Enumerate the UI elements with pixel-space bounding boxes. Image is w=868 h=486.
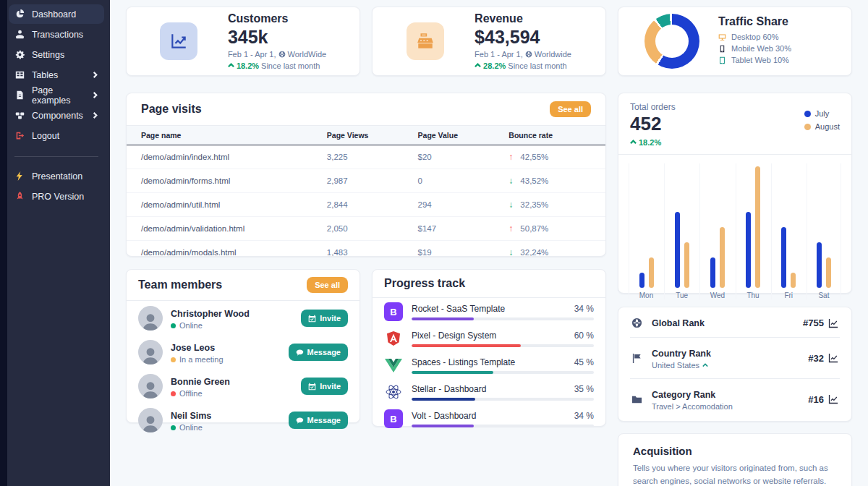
sidebar-divider: [14, 156, 98, 157]
bar-august: [720, 227, 725, 288]
bar-group: Fri: [771, 163, 806, 299]
bounce-arrow-icon: ↓: [509, 247, 513, 257]
mobile-icon: [718, 45, 726, 53]
card-title: Traffic Share: [718, 15, 791, 28]
caret-up-icon: [630, 138, 637, 147]
table-row: /demo/admin/modals.html1,483 $19 ↓32,24%: [127, 241, 605, 257]
stat-value: $43,594: [475, 27, 571, 48]
progress-bar: [412, 398, 475, 401]
chart-line-icon: [828, 394, 838, 404]
acquisition-card: Acquisition Tells you where your visitor…: [618, 433, 852, 486]
chart-legend: July August: [804, 109, 840, 135]
bar-august: [791, 273, 796, 288]
vue-icon: [384, 356, 403, 375]
avatar: [138, 408, 163, 432]
progress-item: Spaces - Listings Template45 %: [373, 351, 605, 378]
bolt-icon: [14, 171, 25, 182]
sidebar-item-dashboard[interactable]: Dashboard: [9, 4, 104, 24]
card-title: Page visits: [141, 103, 202, 116]
bar-july: [817, 242, 822, 288]
legend-dot-august: [804, 124, 811, 130]
calendar-icon: [308, 383, 316, 391]
document-icon: [14, 90, 25, 101]
bar-group: Thu: [736, 163, 770, 299]
stat-title: Revenue: [475, 12, 571, 25]
column-header: Page Value: [409, 126, 501, 145]
bar-category-label: Thu: [746, 291, 759, 299]
stat-change: 18.2% Since last month: [228, 61, 326, 70]
sidebar-item-logout[interactable]: Logout: [9, 126, 104, 145]
stat-period: Feb 1 - Apr 1, WorldWide: [228, 50, 326, 59]
avatar: [138, 340, 163, 364]
bar-july: [675, 212, 680, 288]
sidebar-item-presentation[interactable]: Presentation: [9, 166, 104, 186]
acquisition-description: Tells you where your visitors originated…: [633, 462, 837, 486]
page-visits-table: Page name Page Views Page Value Bounce r…: [127, 125, 605, 257]
bar-july: [710, 257, 715, 288]
sidebar-item-label: PRO Version: [32, 192, 84, 202]
bar-july: [639, 273, 644, 288]
sidebar-item-settings[interactable]: Settings: [9, 45, 104, 64]
globe-icon: [525, 51, 532, 58]
progress-bar: [412, 344, 521, 347]
sidebar-item-transactions[interactable]: Transactions: [9, 25, 104, 44]
chevron-right-icon: [92, 112, 98, 119]
status-dot: [171, 357, 176, 362]
see-all-button[interactable]: See all: [307, 277, 348, 293]
column-header: Page name: [127, 126, 318, 145]
rank-row-category: Category Rank Travel > Accomodation #16: [630, 379, 840, 419]
hand-coin-icon: [14, 29, 25, 40]
revenue-card: Revenue $43,594 Feb 1 - Apr 1, Worldwide…: [372, 7, 606, 76]
bar-july: [781, 227, 786, 288]
globe-icon: [278, 51, 286, 58]
bar-august: [755, 166, 760, 288]
chart-line-icon: [828, 353, 838, 363]
stat-value: 345k: [228, 27, 326, 48]
bar-august: [649, 257, 654, 288]
bar-july: [746, 212, 751, 288]
sidebar-item-page-examples[interactable]: Page examples: [9, 85, 104, 105]
progress-bar: [412, 317, 474, 320]
bar-group: Wed: [699, 163, 734, 299]
status-dot: [171, 425, 176, 430]
table-row: /demo/admin/util.html2,844 294 ↓32,35%: [127, 193, 605, 217]
sidebar-item-label: Components: [32, 111, 83, 121]
message-button[interactable]: Message: [289, 412, 348, 429]
invite-button[interactable]: Invite: [301, 310, 348, 327]
see-all-button[interactable]: See all: [550, 101, 591, 117]
message-button[interactable]: Message: [289, 344, 348, 361]
sidebar-item-tables[interactable]: Tables: [9, 65, 104, 85]
sidebar-item-label: Transactions: [32, 30, 83, 40]
orders-bar-chart: MonTueWedThuFriSat: [618, 155, 851, 299]
globe-icon: [631, 317, 643, 328]
caret-up-icon: [228, 61, 234, 70]
main-content: Customers 345k Feb 1 - Apr 1, WorldWide …: [110, 0, 868, 486]
sidebar-item-label: Presentation: [32, 171, 82, 182]
page-visits-card: Page visits See all Page name Page Views…: [126, 93, 606, 257]
sidebar-item-components[interactable]: Components: [9, 106, 104, 125]
rank-subtitle: United States: [652, 361, 711, 370]
caret-up-icon: [702, 362, 708, 368]
bootstrap-icon: B: [384, 302, 403, 321]
sidebar-item-label: Dashboard: [32, 9, 76, 20]
caret-up-icon: [475, 61, 481, 70]
calendar-icon: [308, 315, 316, 323]
sidebar-item-label: Page examples: [32, 85, 85, 106]
sidebar-item-pro-version[interactable]: PRO Version: [9, 187, 104, 206]
bar-august: [684, 242, 689, 288]
card-title: Acquisition: [633, 445, 837, 457]
bar-group: Sat: [807, 163, 841, 299]
progress-track-card: Progress track B Rocket - SaaS Template3…: [372, 269, 606, 427]
pie-chart-icon: [14, 9, 25, 20]
chat-icon: [296, 349, 304, 357]
traffic-legend-tablet: Tablet Web 10%: [718, 56, 791, 64]
stat-change: 28.2% Since last month: [475, 61, 571, 70]
card-title: Team members: [138, 278, 222, 291]
bounce-arrow-icon: ↓: [509, 200, 513, 210]
chart-line-icon: [828, 318, 838, 328]
invite-button[interactable]: Invite: [301, 378, 348, 395]
progress-bar: [412, 371, 493, 374]
status-dot: [171, 323, 176, 328]
rank-subtitle: Travel > Accomodation: [652, 402, 733, 411]
orders-change: 18.2%: [630, 138, 840, 147]
